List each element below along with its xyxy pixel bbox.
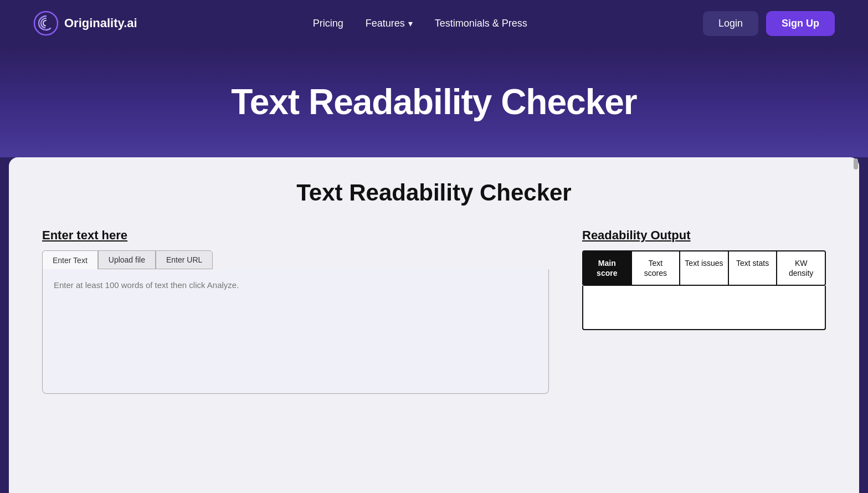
readability-heading: Readability Output	[582, 228, 826, 243]
output-tabs: Main score Text scores Text issues Text …	[582, 250, 826, 286]
nav-link-testimonials[interactable]: Testimonials & Press	[435, 18, 527, 29]
output-tab-kw-density[interactable]: KW density	[777, 251, 825, 285]
tab-enter-url[interactable]: Enter URL	[156, 250, 213, 269]
nav-links: Pricing Features ▾ Testimonials & Press	[313, 18, 527, 29]
hero-section: Text Readability Checker	[0, 47, 868, 157]
hero-title: Text Readability Checker	[231, 81, 636, 122]
right-column: Readability Output Main score Text score…	[582, 228, 826, 330]
nav-buttons: Login Sign Up	[703, 11, 835, 36]
signup-button[interactable]: Sign Up	[766, 11, 835, 36]
input-tabs: Enter Text Upload file Enter URL	[42, 250, 549, 269]
logo-area[interactable]: Originality.ai	[33, 11, 137, 36]
logo-icon	[33, 11, 59, 36]
content-title: Text Readability Checker	[42, 179, 826, 206]
scrollbar[interactable]	[854, 158, 858, 170]
nav-link-pricing[interactable]: Pricing	[313, 18, 343, 29]
navbar: Originality.ai Pricing Features ▾ Testim…	[0, 0, 868, 47]
content-area: Text Readability Checker Enter text here…	[9, 157, 859, 493]
output-content-area	[582, 286, 826, 330]
tab-enter-text[interactable]: Enter Text	[42, 250, 98, 269]
two-col-layout: Enter text here Enter Text Upload file E…	[42, 228, 826, 394]
text-input-area	[42, 269, 549, 394]
svg-point-0	[34, 12, 58, 35]
text-input[interactable]	[54, 280, 537, 380]
output-tab-text-scores[interactable]: Text scores	[632, 251, 681, 285]
left-column: Enter text here Enter Text Upload file E…	[42, 228, 549, 394]
nav-link-features[interactable]: Features ▾	[366, 18, 413, 29]
output-tab-text-issues[interactable]: Text issues	[680, 251, 729, 285]
logo-text: Originality.ai	[64, 16, 137, 30]
enter-text-heading: Enter text here	[42, 228, 549, 243]
tab-upload-file[interactable]: Upload file	[98, 250, 156, 269]
output-tab-main-score[interactable]: Main score	[583, 251, 632, 285]
output-tab-text-stats[interactable]: Text stats	[729, 251, 778, 285]
chevron-down-icon: ▾	[408, 18, 413, 29]
login-button[interactable]: Login	[703, 11, 758, 36]
